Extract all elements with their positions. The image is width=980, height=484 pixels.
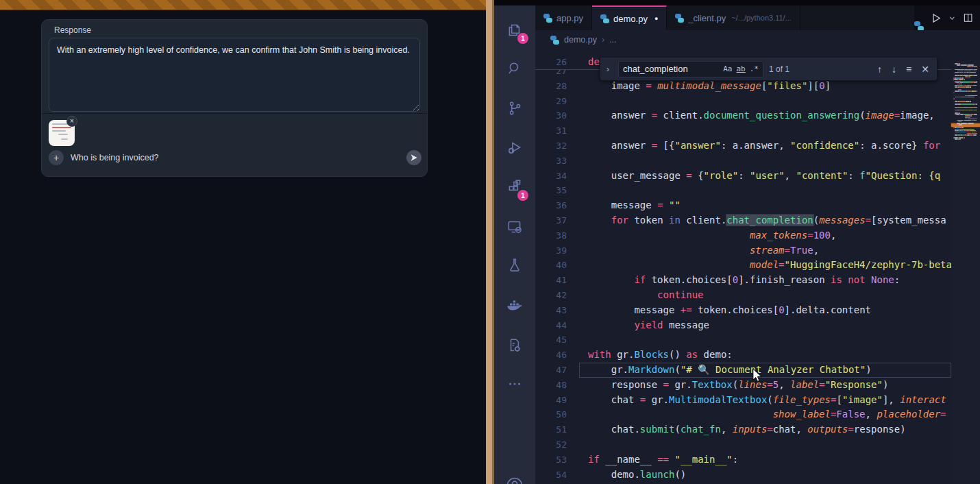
sidebar-item-source-control[interactable] — [494, 92, 535, 125]
code-line[interactable]: 28image = multimodal_message["files"][0] — [535, 79, 951, 94]
sidebar-item-extensions[interactable]: 1 — [494, 171, 535, 204]
find-close-button[interactable]: ✕ — [919, 64, 931, 75]
flask-icon — [506, 256, 524, 274]
response-card: Response With an extremely high level of… — [41, 19, 428, 177]
code-editor[interactable]: 26def 26def2728image = multimodal_messag… — [535, 49, 980, 484]
code-line[interactable]: 50show_label=False, placeholder= — [535, 407, 951, 422]
editor-group: app.py demo.py ● _client.py ~/.../python… — [535, 5, 980, 484]
sidebar-item-more[interactable] — [494, 367, 535, 400]
code-line[interactable]: 51chat.submit(chat_fn, inputs=chat, outp… — [535, 422, 951, 437]
find-previous-button[interactable]: ↑ — [875, 64, 884, 75]
extensions-badge: 1 — [517, 190, 528, 201]
code-line[interactable]: 29 — [535, 94, 951, 109]
python-file-icon — [600, 14, 609, 23]
find-next-button[interactable]: ↓ — [890, 64, 898, 75]
code-line[interactable]: 49chat = gr.MultimodalTextbox(file_types… — [535, 393, 951, 408]
code-line[interactable]: 31 — [535, 123, 951, 138]
tab-description: ~/.../python3.11/... — [731, 14, 792, 22]
code-line[interactable]: 54demo.launch() — [535, 468, 951, 483]
code-line[interactable]: 32answer = [{"answer": a.answer, "confid… — [535, 138, 951, 154]
code-line[interactable]: 46with gr.Blocks() as demo: — [535, 348, 951, 363]
send-icon — [410, 154, 418, 162]
tab-label: app.py — [556, 13, 583, 23]
gradio-app-panel: Response With an extremely high level of… — [0, 0, 486, 484]
response-textarea[interactable]: With an extremely high level of confiden… — [49, 38, 420, 112]
find-input-box: Aa ab .* — [618, 61, 763, 77]
find-in-selection-button[interactable]: ≡ — [904, 64, 914, 75]
breadcrumb-separator-icon: › — [602, 35, 604, 45]
code-line[interactable]: 53if __name__ == "__main__": — [535, 452, 951, 468]
breadcrumb-file[interactable]: demo.py — [564, 35, 597, 45]
response-label: Response — [54, 25, 91, 35]
code-line[interactable]: 38max_tokens=100, — [535, 228, 951, 243]
modified-dot-icon[interactable]: ● — [654, 15, 658, 22]
run-dropdown-chevron-icon[interactable] — [948, 14, 956, 22]
breadcrumb-more[interactable]: ... — [609, 35, 616, 45]
code-line[interactable]: 45 — [535, 332, 951, 348]
sidebar-item-run-debug[interactable] — [494, 131, 535, 164]
send-button[interactable] — [406, 150, 421, 165]
sidebar-item-account[interactable] — [494, 469, 535, 484]
match-case-button[interactable]: Aa — [721, 64, 734, 73]
titlebar-strip — [494, 0, 980, 5]
remove-attachment-button[interactable]: × — [66, 116, 77, 127]
sidebar-item-docker[interactable] — [494, 289, 535, 322]
sidebar-item-search[interactable] — [494, 52, 535, 85]
code-line[interactable]: 33 — [535, 154, 951, 169]
tab-app-py[interactable]: app.py — [535, 5, 592, 30]
source-control-icon — [506, 99, 524, 117]
code-line[interactable]: 37for token in client.chat_completion(me… — [535, 213, 951, 228]
find-input[interactable] — [619, 64, 721, 74]
chat-prompt-input[interactable] — [71, 150, 372, 165]
tab-bar: app.py demo.py ● _client.py ~/.../python… — [535, 5, 980, 30]
docker-icon — [505, 296, 524, 315]
run-python-file-button[interactable] — [931, 12, 942, 24]
run-debug-icon — [506, 138, 524, 156]
sidebar-item-task-file[interactable] — [494, 329, 535, 362]
code-line[interactable]: 52 — [535, 437, 951, 452]
find-widget: › Aa ab .* 1 of 1 ↑ ↓ ≡ ✕ — [600, 58, 938, 81]
add-file-button[interactable]: + — [49, 150, 64, 165]
python-file-icon — [543, 14, 552, 23]
whole-word-button[interactable]: ab — [735, 64, 748, 73]
vscode-window: 1 1 — [494, 0, 980, 484]
code-line[interactable]: 42continue — [535, 288, 951, 303]
recording-stripe-bar — [0, 0, 486, 10]
mouse-cursor — [752, 369, 764, 383]
remote-explorer-icon — [506, 218, 524, 236]
code-line[interactable]: 48response = gr.Textbox(lines=5, label="… — [535, 378, 951, 393]
code-line[interactable]: 41if token.choices[0].finish_reason is n… — [535, 273, 951, 288]
code-line[interactable]: 47gr.Markdown("# 🔍 Document Analyzer Cha… — [535, 363, 951, 378]
tab-label: demo.py — [613, 14, 648, 24]
minimap-find-match-highlight — [951, 123, 980, 127]
search-icon — [506, 60, 524, 77]
code-line[interactable]: 34user_message = {"role": "user", "conte… — [535, 169, 951, 184]
code-line[interactable]: 36message = "" — [535, 198, 951, 213]
code-line[interactable]: 30answer = client.document_question_answ… — [535, 108, 951, 123]
code-line[interactable]: 44yield message — [535, 318, 951, 333]
activity-bar: 1 1 — [494, 5, 535, 484]
breadcrumb[interactable]: demo.py › ... — [535, 30, 980, 49]
find-expand-toggle-icon[interactable]: › — [603, 64, 613, 74]
split-editor-button[interactable] — [963, 12, 973, 23]
code-lines: 26def2728image = multimodal_message["fil… — [535, 69, 951, 484]
code-line[interactable]: 43message += token.choices[0].delta.cont… — [535, 303, 951, 318]
window-split-divider[interactable] — [486, 0, 494, 484]
tab-demo-py[interactable]: demo.py ● — [592, 5, 667, 30]
sidebar-item-remote-explorer[interactable] — [494, 210, 535, 243]
minimap[interactable] — [951, 60, 980, 484]
card-divider — [42, 113, 427, 114]
tab-label: _client.py — [688, 13, 726, 23]
editor-actions — [914, 5, 980, 30]
code-line[interactable]: 35 — [535, 183, 951, 198]
regex-button[interactable]: .* — [748, 64, 763, 73]
code-line[interactable]: 40model="HuggingFaceH4/zephyr-7b-beta — [535, 258, 951, 273]
overflow-tab-python-icon — [914, 21, 924, 31]
sidebar-item-explorer[interactable]: 1 — [494, 14, 535, 47]
find-results-count: 1 of 1 — [769, 64, 789, 74]
sidebar-item-testing[interactable] — [494, 249, 535, 282]
code-line[interactable]: 39stream=True, — [535, 243, 951, 258]
tab-client-py[interactable]: _client.py ~/.../python3.11/... — [667, 5, 800, 30]
task-file-gear-icon — [506, 337, 524, 354]
account-icon — [505, 476, 524, 484]
